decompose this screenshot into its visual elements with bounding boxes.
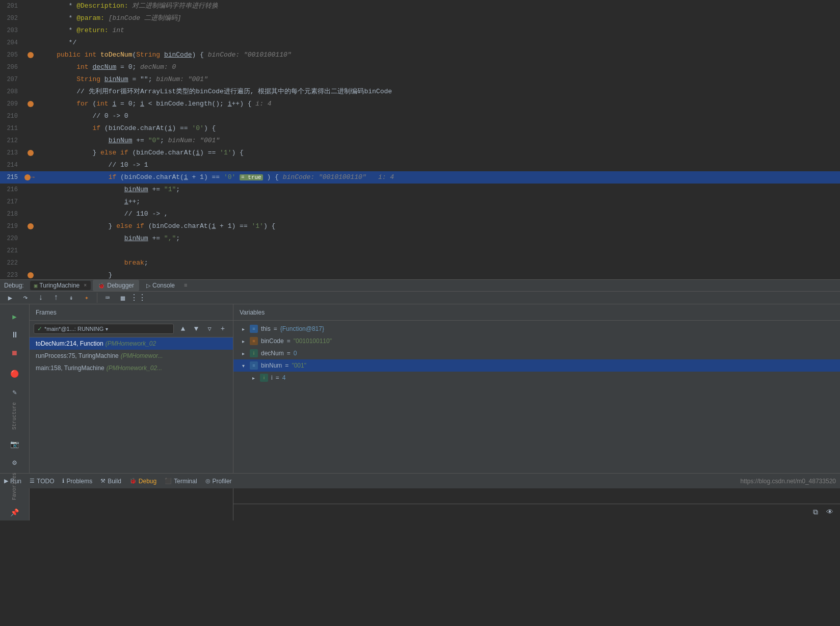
grid-button[interactable]: ⋮⋮ bbox=[132, 292, 144, 304]
play-button[interactable]: ▶ bbox=[7, 308, 23, 325]
line-number: 205 bbox=[0, 51, 23, 59]
thread-dropdown[interactable]: ✓ *main*@1...: RUNNING ▾ bbox=[34, 324, 174, 334]
line-number: 202 bbox=[0, 15, 23, 22]
line-content: * @param: [binCode 二进制编码] bbox=[38, 12, 840, 24]
var-expand-icon[interactable]: ▾ bbox=[240, 362, 247, 369]
code-line-207: 207 String binNum = ""; binNum: "001" bbox=[0, 73, 840, 86]
close-icon[interactable]: × bbox=[84, 283, 87, 289]
code-line-222: 222 break; bbox=[0, 257, 840, 269]
code-line-216: 216 binNum += "1"; bbox=[0, 184, 840, 196]
line-number: 203 bbox=[0, 27, 23, 34]
todo-status-item[interactable]: ☰ TODO bbox=[30, 478, 54, 485]
force-step-button[interactable]: ✦ bbox=[81, 292, 93, 304]
tab-debugger[interactable]: 🐞 Debugger bbox=[93, 280, 139, 291]
var-type-icon: i bbox=[260, 374, 268, 382]
vars-actions: ⧉ 👁 bbox=[233, 504, 840, 520]
frame-item[interactable]: toDecNum:214, Function (PMHomework_02 bbox=[30, 337, 233, 350]
session-tab[interactable]: ▣ TuringMachine × bbox=[30, 281, 91, 290]
var-equals: = bbox=[287, 350, 291, 357]
pause-button[interactable]: ⏸ bbox=[7, 327, 23, 343]
var-expand-icon[interactable]: ▸ bbox=[250, 374, 257, 381]
resume-button[interactable]: ▶ bbox=[4, 292, 16, 304]
build-status-item[interactable]: ⚒ Build bbox=[100, 478, 121, 485]
code-line-214: 214 // 10 -> 1 bbox=[0, 159, 840, 171]
code-line-208: 208 // 先利用for循环对ArrayList类型的binCode进行遍历,… bbox=[0, 86, 840, 98]
var-name: decNum bbox=[261, 350, 284, 357]
breakpoint-icon[interactable] bbox=[28, 223, 34, 229]
edit-icon[interactable]: ✎ bbox=[7, 384, 23, 400]
breakpoint-icon[interactable] bbox=[28, 150, 34, 156]
problems-status-item[interactable]: ℹ Problems bbox=[62, 478, 92, 485]
var-value: {Function@817} bbox=[280, 325, 324, 332]
line-content: binNum += "0"; binNum: "001" bbox=[38, 135, 840, 147]
line-content: if (binCode.charAt(i + 1) == '0' = true … bbox=[38, 171, 840, 184]
camera-icon[interactable]: 📷 bbox=[7, 436, 23, 452]
debug-label: Debug: bbox=[4, 282, 24, 289]
line-number: 204 bbox=[0, 39, 23, 46]
frame-add-button[interactable]: + bbox=[217, 323, 229, 335]
var-expand-icon[interactable]: ▸ bbox=[240, 350, 247, 357]
breakpoint-icon[interactable] bbox=[28, 272, 34, 278]
frames-title: Frames bbox=[36, 309, 57, 316]
line-content: int decNum = 0; decNum: 0 bbox=[38, 61, 840, 73]
tab-console[interactable]: ▷ Console bbox=[141, 280, 180, 291]
var-item[interactable]: ▾≡binNum = "001" bbox=[233, 359, 840, 372]
var-item[interactable]: ▸≡this = {Function@817} bbox=[233, 323, 840, 335]
check-icon: ✓ bbox=[37, 325, 42, 332]
stop-button[interactable]: ■ bbox=[7, 345, 23, 361]
var-item[interactable]: ▸idecNum = 0 bbox=[233, 347, 840, 359]
line-number: 216 bbox=[0, 186, 23, 193]
line-number: 223 bbox=[0, 272, 23, 279]
step-out-button[interactable]: ↑ bbox=[50, 292, 62, 304]
code-line-211: 211 if (binCode.charAt(i) == '0') { bbox=[0, 122, 840, 135]
gear-icon[interactable]: ⚙ bbox=[7, 454, 23, 471]
run-to-cursor-button[interactable]: ↡ bbox=[65, 292, 77, 304]
code-line-220: 220 binNum += ","; bbox=[0, 232, 840, 245]
breakpoint-icon[interactable] bbox=[28, 101, 34, 107]
layout-icon[interactable]: ≡ bbox=[184, 282, 188, 289]
var-expand-icon[interactable]: ▸ bbox=[240, 325, 247, 332]
favorites-icon[interactable]: 🔴 bbox=[7, 366, 23, 382]
copy-button[interactable]: ⧉ bbox=[809, 506, 822, 518]
frame-item[interactable]: runProcess:75, TuringMachine (PMHomewor.… bbox=[30, 350, 233, 362]
evaluate-button[interactable]: ⌨ bbox=[101, 292, 114, 304]
var-expand-icon[interactable]: ▸ bbox=[240, 337, 247, 345]
var-item[interactable]: ▸≡binCode = "0010100110" bbox=[233, 335, 840, 347]
main-container: 201 * @Description: 对二进制编码字符串进行转换202 * @… bbox=[0, 0, 840, 626]
terminal-status-item[interactable]: ⬛ Terminal bbox=[165, 478, 197, 485]
code-line-213: 213 } else if (binCode.charAt(i) == '1')… bbox=[0, 147, 840, 159]
line-number: 222 bbox=[0, 259, 23, 267]
thread-label: *main*@1...: RUNNING bbox=[44, 326, 103, 332]
code-line-212: 212 binNum += "0"; binNum: "001" bbox=[0, 135, 840, 147]
step-into-button[interactable]: ↓ bbox=[35, 292, 47, 304]
frame-down-button[interactable]: ▼ bbox=[190, 323, 202, 335]
debug-toolbar: ▶ ↷ ↓ ↑ ↡ ✦ ⌨ ▦ ⋮⋮ bbox=[0, 292, 840, 304]
favorites-label: Favorites bbox=[12, 473, 17, 500]
tab-console-label: Console bbox=[152, 282, 175, 289]
watch-button[interactable]: 👁 bbox=[824, 506, 836, 518]
code-line-204: 204 */ bbox=[0, 37, 840, 49]
line-content: */ bbox=[38, 37, 840, 49]
var-equals: = bbox=[287, 337, 291, 345]
line-gutter bbox=[23, 223, 38, 229]
breakpoint-icon[interactable] bbox=[28, 52, 34, 58]
profiler-status-item[interactable]: ◎ Profiler bbox=[205, 478, 232, 485]
debug-status-item[interactable]: 🐞 Debug bbox=[129, 478, 156, 485]
code-line-210: 210 // 0 -> 0 bbox=[0, 110, 840, 122]
line-number: 213 bbox=[0, 149, 23, 156]
terminal-icon: ⬛ bbox=[165, 478, 172, 484]
line-gutter bbox=[23, 101, 38, 107]
table-button[interactable]: ▦ bbox=[117, 292, 129, 304]
line-number: 214 bbox=[0, 162, 23, 169]
breakpoint-icon[interactable] bbox=[24, 174, 31, 180]
frame-filter-button[interactable]: ▽ bbox=[203, 323, 216, 335]
var-type-icon: ≡ bbox=[250, 337, 258, 345]
line-gutter bbox=[23, 52, 38, 58]
var-item[interactable]: ▸ii = 4 bbox=[233, 372, 840, 384]
step-over-button[interactable]: ↷ bbox=[19, 292, 32, 304]
pin-icon[interactable]: 📌 bbox=[7, 504, 23, 520]
frame-item[interactable]: main:158, TuringMachine (PMHomework_02..… bbox=[30, 362, 233, 374]
build-label: Build bbox=[108, 478, 121, 485]
frame-up-button[interactable]: ▲ bbox=[177, 323, 189, 335]
var-type-icon: ≡ bbox=[250, 361, 258, 370]
